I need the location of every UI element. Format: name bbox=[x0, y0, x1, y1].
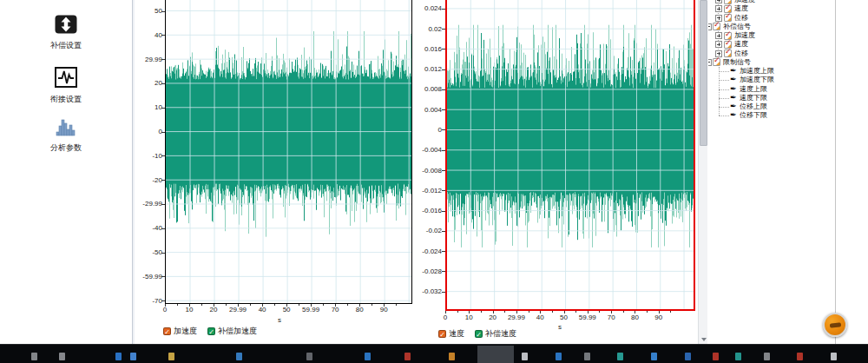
taskbar-app-icon[interactable] bbox=[713, 353, 719, 360]
y-axis-tick bbox=[442, 129, 445, 130]
vertical-scrollbar[interactable] bbox=[698, 0, 707, 345]
y-axis-tick-label: -0.012 bbox=[407, 187, 442, 195]
legend-item[interactable]: ✓加速度 bbox=[163, 326, 197, 337]
taskbar-app-icon[interactable] bbox=[556, 353, 562, 360]
y-axis-tick-label: -0.028 bbox=[407, 267, 442, 275]
legend-checkbox-icon[interactable]: ✓ bbox=[475, 330, 483, 338]
legend-checkbox-icon[interactable]: ✓ bbox=[438, 330, 446, 338]
x-axis-tick bbox=[445, 311, 446, 314]
taskbar-app-icon[interactable] bbox=[617, 353, 623, 360]
x-axis-minor-tick bbox=[504, 311, 505, 313]
legend-label: 补偿速度 bbox=[485, 328, 516, 340]
x-axis-tick-label: 90 bbox=[369, 306, 398, 314]
y-axis-tick-label: -0.008 bbox=[407, 167, 442, 175]
taskbar-app-icon[interactable] bbox=[236, 353, 242, 360]
tree-item-label: 加速度 bbox=[734, 31, 755, 40]
y-axis-tick bbox=[442, 109, 445, 110]
y-axis-tick-label: -0.032 bbox=[407, 287, 442, 295]
taskbar-app-icon[interactable] bbox=[651, 353, 657, 360]
series-速度 bbox=[448, 33, 694, 240]
taskbar-app-icon[interactable] bbox=[584, 353, 590, 360]
windows-taskbar[interactable] bbox=[0, 344, 868, 363]
x-axis-tick bbox=[189, 304, 190, 307]
taskbar-app-icon[interactable] bbox=[764, 353, 770, 360]
y-axis-tick bbox=[442, 271, 445, 272]
taskbar-app-icon[interactable] bbox=[31, 353, 37, 360]
chart-plot-area[interactable] bbox=[165, 0, 412, 304]
tree-item[interactable]: ✒加速度上限 bbox=[708, 67, 835, 76]
x-axis-minor-tick bbox=[670, 311, 671, 313]
logo-badge[interactable] bbox=[823, 313, 847, 337]
tree-item[interactable]: ✒位移下限 bbox=[708, 111, 835, 120]
legend-item[interactable]: ✓补偿速度 bbox=[475, 328, 516, 340]
collapse-icon[interactable] bbox=[708, 59, 712, 66]
tree-item[interactable]: ✓位移 bbox=[708, 14, 835, 23]
expand-icon[interactable] bbox=[715, 0, 722, 3]
legend-checkbox-icon[interactable]: ✓ bbox=[163, 327, 171, 335]
x-axis-tick bbox=[659, 311, 660, 314]
pulse-wave-icon bbox=[55, 67, 77, 88]
signal-tree-panel: ✓加速度✓速度✓位移✓补偿信号✓加速度✓速度✓位移✓限制信号✒加速度上限✒加速度… bbox=[708, 0, 835, 345]
taskbar-app-icon[interactable] bbox=[365, 353, 371, 360]
link-settings-button[interactable]: 衔接设置 bbox=[0, 67, 132, 105]
taskbar-app-icon[interactable] bbox=[685, 353, 691, 360]
check-icon: ✓ bbox=[725, 30, 732, 38]
x-axis-minor-tick bbox=[599, 311, 600, 313]
y-axis-tick bbox=[161, 11, 165, 12]
y-axis-tick-label: -0.024 bbox=[407, 248, 442, 255]
tree-checkbox[interactable]: ✓ bbox=[724, 14, 732, 22]
y-axis-tick-label: 0 bbox=[407, 126, 442, 134]
y-axis-tick-label: 10 bbox=[128, 103, 162, 111]
y-axis-tick-label: -20 bbox=[128, 176, 162, 184]
taskbar-app-icon[interactable] bbox=[130, 353, 136, 360]
tree-item[interactable]: ✒速度下限 bbox=[708, 94, 835, 102]
tree-item[interactable]: ✒速度上限 bbox=[708, 85, 835, 94]
y-axis-tick-label: -0.02 bbox=[407, 227, 442, 234]
y-axis-tick bbox=[442, 170, 445, 171]
x-axis-title: s bbox=[551, 323, 569, 331]
y-axis-tick bbox=[161, 204, 165, 205]
tree-item-label: 加速度 bbox=[734, 0, 755, 4]
taskbar-app-icon[interactable] bbox=[306, 353, 312, 360]
expand-icon[interactable] bbox=[715, 41, 722, 48]
taskbar-app-icon[interactable] bbox=[115, 353, 122, 360]
taskbar-app-icon[interactable] bbox=[522, 353, 528, 360]
chart-plot-area[interactable] bbox=[445, 0, 695, 311]
taskbar-app-icon[interactable] bbox=[797, 353, 803, 360]
legend-label: 速度 bbox=[449, 328, 464, 340]
pen-probe-icon: ✒ bbox=[730, 94, 737, 102]
scrollbar-thumb[interactable] bbox=[700, 0, 707, 146]
compensation-settings-button[interactable]: 补偿设置 bbox=[0, 15, 132, 51]
tree-checkbox[interactable]: ✓ bbox=[724, 50, 732, 57]
taskbar-app-icon[interactable] bbox=[59, 353, 65, 360]
tree-item[interactable]: ✒加速度下限 bbox=[708, 76, 835, 84]
tree-item[interactable]: ✒位移上限 bbox=[708, 102, 835, 111]
taskbar-app-icon[interactable] bbox=[404, 353, 411, 360]
tree-connector-stub bbox=[719, 107, 729, 108]
x-axis-tick bbox=[238, 304, 239, 307]
y-axis-tick bbox=[442, 251, 445, 252]
x-axis-tick bbox=[564, 311, 565, 314]
collapse-icon[interactable] bbox=[708, 23, 712, 30]
taskbar-app-icon[interactable] bbox=[735, 353, 741, 360]
tree-item[interactable]: ✓限制信号 bbox=[708, 58, 835, 67]
legend-checkbox-icon[interactable]: ✓ bbox=[207, 327, 215, 335]
tree-connector-stub bbox=[719, 98, 729, 99]
x-axis-tick bbox=[311, 304, 312, 307]
tree-item[interactable]: ✓位移 bbox=[708, 50, 835, 58]
taskbar-active-window[interactable] bbox=[477, 346, 514, 363]
taskbar-app-icon[interactable] bbox=[168, 353, 174, 360]
legend-item[interactable]: ✓速度 bbox=[438, 328, 464, 340]
taskbar-app-icon[interactable] bbox=[831, 353, 837, 360]
y-axis-tick bbox=[442, 292, 445, 293]
analysis-parameters-button[interactable]: 分析参数 bbox=[0, 116, 132, 154]
tree-checkbox[interactable]: ✓ bbox=[713, 58, 720, 66]
tree-checkbox[interactable]: ✓ bbox=[713, 23, 720, 30]
expand-icon[interactable] bbox=[715, 5, 722, 12]
legend-item[interactable]: ✓补偿加速度 bbox=[207, 326, 257, 337]
expand-icon[interactable] bbox=[715, 32, 722, 39]
taskbar-app-icon[interactable] bbox=[449, 353, 455, 360]
y-axis-tick-label: 0.004 bbox=[407, 106, 442, 114]
y-axis-tick-label: 0.024 bbox=[407, 4, 442, 12]
y-axis-tick-label: 0.016 bbox=[407, 45, 442, 53]
